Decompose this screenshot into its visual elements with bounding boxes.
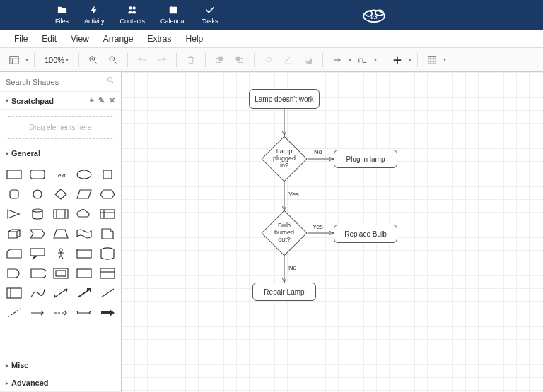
shape-diamond[interactable] — [51, 186, 70, 202]
shape-rounded-square[interactable] — [4, 186, 23, 202]
shape-cloud[interactable] — [74, 206, 93, 222]
app-tasks[interactable]: Tasks — [197, 4, 224, 26]
shape-text[interactable]: Text — [51, 167, 70, 182]
shape-trapezoid[interactable] — [51, 226, 70, 242]
fill-color-button[interactable] — [260, 52, 277, 69]
connection-button[interactable] — [329, 52, 346, 69]
app-activity[interactable]: Activity — [78, 4, 110, 26]
toolbar: ▾ 100%▾ ▾ ▾ ▾ ▾ — [0, 48, 543, 72]
svg-rect-27 — [30, 249, 45, 256]
shape-and[interactable] — [4, 266, 23, 281]
shadow-button[interactable] — [300, 52, 317, 69]
insert-button[interactable] — [389, 52, 406, 69]
caret-down-icon: ▾ — [6, 150, 8, 157]
shape-bidir-arrow[interactable] — [51, 285, 70, 301]
shape-tape[interactable] — [74, 226, 93, 242]
misc-header[interactable]: ▸ Misc — [0, 357, 121, 374]
svg-rect-32 — [77, 269, 91, 278]
search-input[interactable] — [6, 78, 107, 86]
table-button[interactable] — [424, 52, 440, 69]
shape-list[interactable] — [98, 266, 117, 281]
waypoint-button[interactable] — [354, 52, 371, 69]
undo-button[interactable] — [134, 52, 151, 69]
close-icon[interactable]: ✕ — [109, 96, 115, 105]
zoom-value: 100% — [45, 56, 64, 64]
node-decision-plugged[interactable]: Lamp plugged in? — [261, 136, 307, 182]
menu-help[interactable]: Help — [179, 31, 211, 47]
shape-callout[interactable] — [28, 246, 47, 261]
shape-hexagon[interactable] — [98, 186, 117, 202]
shape-card[interactable] — [4, 246, 23, 261]
app-switcher: Files Activity Contacts Calendar Tasks — [49, 4, 224, 26]
shape-step[interactable] — [28, 226, 47, 242]
shape-container[interactable] — [74, 246, 93, 261]
zoom-level[interactable]: 100%▾ — [40, 56, 73, 64]
zoom-in-button[interactable] — [85, 52, 102, 69]
menu-bar: File Edit View Arrange Extras Help — [0, 30, 543, 48]
node-repair-lamp[interactable]: Repair Lamp — [252, 283, 316, 301]
add-icon[interactable]: + — [90, 96, 94, 105]
edit-icon[interactable]: ✎ — [98, 96, 105, 105]
node-decision-bulb[interactable]: Bulb burned out? — [261, 210, 307, 256]
shape-actor[interactable] — [51, 246, 70, 261]
view-mode-button[interactable] — [6, 52, 23, 69]
app-contacts[interactable]: Contacts — [115, 4, 151, 26]
separator — [322, 53, 323, 67]
svg-rect-31 — [56, 271, 66, 276]
shape-rect2[interactable] — [74, 266, 93, 281]
svg-rect-11 — [218, 56, 223, 60]
shape-thick-arrow[interactable] — [98, 305, 117, 321]
shape-hswimlane[interactable] — [4, 285, 23, 301]
svg-point-16 — [108, 78, 112, 82]
node-plug-in[interactable]: Plug in lamp — [334, 150, 397, 168]
shape-or[interactable] — [98, 246, 117, 261]
search-row — [0, 72, 121, 92]
shape-line[interactable] — [98, 285, 117, 301]
advanced-header[interactable]: ▸ Advanced — [0, 374, 121, 392]
shape-arrow[interactable] — [74, 285, 93, 301]
menu-view[interactable]: View — [64, 31, 96, 47]
shape-data-store[interactable] — [28, 266, 47, 281]
redo-button[interactable] — [153, 52, 170, 69]
svg-rect-2 — [170, 7, 177, 14]
shape-ellipse[interactable] — [74, 167, 93, 182]
app-calendar[interactable]: Calendar — [155, 4, 192, 26]
shape-line-arrow[interactable] — [28, 305, 47, 321]
shape-note[interactable] — [98, 226, 117, 242]
shape-frame[interactable] — [51, 266, 70, 281]
to-front-button[interactable] — [211, 52, 228, 69]
menu-extras[interactable]: Extras — [141, 31, 179, 47]
to-back-button[interactable] — [231, 52, 248, 69]
shape-dashed-arrow[interactable] — [51, 305, 70, 321]
shape-curve[interactable] — [28, 285, 47, 301]
diagram-canvas[interactable]: Lamp doesn't work Lamp plugged in? No Ye… — [122, 72, 543, 392]
shape-dashed-line[interactable] — [4, 305, 23, 321]
node-replace-bulb[interactable]: Replace Bulb — [334, 225, 397, 243]
shape-rounded-rect[interactable] — [28, 167, 47, 182]
menu-edit[interactable]: Edit — [35, 31, 64, 47]
general-header[interactable]: ▾ General — [0, 145, 121, 162]
shape-internal-storage[interactable] — [98, 206, 117, 222]
svg-rect-33 — [100, 268, 115, 278]
shape-parallelogram[interactable] — [74, 186, 93, 202]
line-color-button[interactable] — [280, 52, 297, 69]
shape-cylinder[interactable] — [28, 206, 47, 222]
menu-file[interactable]: File — [7, 31, 35, 47]
menu-arrange[interactable]: Arrange — [96, 31, 141, 47]
shape-link[interactable] — [74, 305, 93, 321]
delete-button[interactable] — [182, 52, 199, 69]
shape-rectangle[interactable] — [4, 167, 23, 182]
scratchpad-header[interactable]: ▾ Scratchpad + ✎ ✕ — [0, 92, 121, 110]
search-icon — [107, 76, 115, 87]
zoom-out-button[interactable] — [105, 52, 122, 69]
edge-label-no: No — [288, 264, 297, 271]
shape-process[interactable] — [51, 206, 70, 222]
shape-triangle[interactable] — [4, 206, 23, 222]
shape-square[interactable] — [98, 167, 117, 182]
node-start[interactable]: Lamp doesn't work — [249, 89, 320, 109]
scratchpad-drop-area[interactable]: Drag elements here — [6, 116, 115, 139]
connector-layer — [122, 72, 543, 392]
app-files[interactable]: Files — [49, 4, 74, 26]
shape-cube[interactable] — [4, 226, 23, 242]
shape-circle[interactable] — [28, 186, 47, 202]
